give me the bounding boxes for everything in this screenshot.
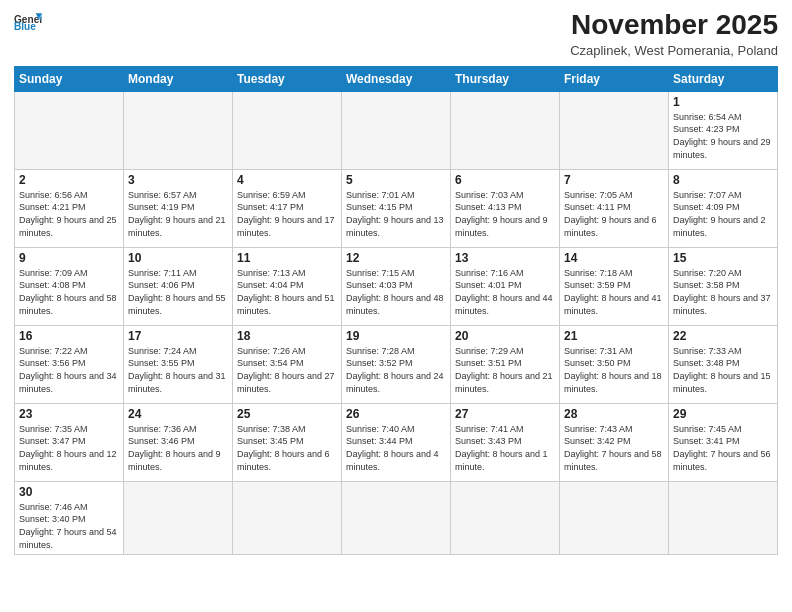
day-number: 21 bbox=[564, 329, 664, 343]
table-row: 24Sunrise: 7:36 AM Sunset: 3:46 PM Dayli… bbox=[124, 403, 233, 481]
table-row: 8Sunrise: 7:07 AM Sunset: 4:09 PM Daylig… bbox=[669, 169, 778, 247]
day-number: 6 bbox=[455, 173, 555, 187]
table-row bbox=[124, 481, 233, 554]
table-row: 26Sunrise: 7:40 AM Sunset: 3:44 PM Dayli… bbox=[342, 403, 451, 481]
col-thursday: Thursday bbox=[451, 66, 560, 91]
table-row: 21Sunrise: 7:31 AM Sunset: 3:50 PM Dayli… bbox=[560, 325, 669, 403]
col-wednesday: Wednesday bbox=[342, 66, 451, 91]
table-row: 15Sunrise: 7:20 AM Sunset: 3:58 PM Dayli… bbox=[669, 247, 778, 325]
col-friday: Friday bbox=[560, 66, 669, 91]
day-number: 2 bbox=[19, 173, 119, 187]
table-row bbox=[451, 91, 560, 169]
day-number: 27 bbox=[455, 407, 555, 421]
day-info: Sunrise: 7:33 AM Sunset: 3:48 PM Dayligh… bbox=[673, 345, 773, 395]
day-number: 19 bbox=[346, 329, 446, 343]
table-row: 11Sunrise: 7:13 AM Sunset: 4:04 PM Dayli… bbox=[233, 247, 342, 325]
table-row: 29Sunrise: 7:45 AM Sunset: 3:41 PM Dayli… bbox=[669, 403, 778, 481]
day-info: Sunrise: 7:09 AM Sunset: 4:08 PM Dayligh… bbox=[19, 267, 119, 317]
day-number: 14 bbox=[564, 251, 664, 265]
day-number: 11 bbox=[237, 251, 337, 265]
day-info: Sunrise: 7:43 AM Sunset: 3:42 PM Dayligh… bbox=[564, 423, 664, 473]
day-info: Sunrise: 7:13 AM Sunset: 4:04 PM Dayligh… bbox=[237, 267, 337, 317]
table-row: 28Sunrise: 7:43 AM Sunset: 3:42 PM Dayli… bbox=[560, 403, 669, 481]
day-number: 8 bbox=[673, 173, 773, 187]
day-info: Sunrise: 7:20 AM Sunset: 3:58 PM Dayligh… bbox=[673, 267, 773, 317]
day-info: Sunrise: 6:57 AM Sunset: 4:19 PM Dayligh… bbox=[128, 189, 228, 239]
col-saturday: Saturday bbox=[669, 66, 778, 91]
day-number: 28 bbox=[564, 407, 664, 421]
table-row: 20Sunrise: 7:29 AM Sunset: 3:51 PM Dayli… bbox=[451, 325, 560, 403]
day-info: Sunrise: 7:46 AM Sunset: 3:40 PM Dayligh… bbox=[19, 501, 119, 551]
table-row: 30Sunrise: 7:46 AM Sunset: 3:40 PM Dayli… bbox=[15, 481, 124, 554]
day-info: Sunrise: 7:16 AM Sunset: 4:01 PM Dayligh… bbox=[455, 267, 555, 317]
table-row bbox=[451, 481, 560, 554]
table-row: 17Sunrise: 7:24 AM Sunset: 3:55 PM Dayli… bbox=[124, 325, 233, 403]
day-info: Sunrise: 6:54 AM Sunset: 4:23 PM Dayligh… bbox=[673, 111, 773, 161]
table-row bbox=[233, 481, 342, 554]
day-number: 9 bbox=[19, 251, 119, 265]
day-info: Sunrise: 7:15 AM Sunset: 4:03 PM Dayligh… bbox=[346, 267, 446, 317]
col-tuesday: Tuesday bbox=[233, 66, 342, 91]
header: General Blue November 2025 Czaplinek, We… bbox=[14, 10, 778, 58]
table-row: 3Sunrise: 6:57 AM Sunset: 4:19 PM Daylig… bbox=[124, 169, 233, 247]
day-info: Sunrise: 7:26 AM Sunset: 3:54 PM Dayligh… bbox=[237, 345, 337, 395]
table-row: 2Sunrise: 6:56 AM Sunset: 4:21 PM Daylig… bbox=[15, 169, 124, 247]
day-info: Sunrise: 7:45 AM Sunset: 3:41 PM Dayligh… bbox=[673, 423, 773, 473]
day-number: 10 bbox=[128, 251, 228, 265]
day-number: 15 bbox=[673, 251, 773, 265]
day-info: Sunrise: 7:31 AM Sunset: 3:50 PM Dayligh… bbox=[564, 345, 664, 395]
weekday-header-row: Sunday Monday Tuesday Wednesday Thursday… bbox=[15, 66, 778, 91]
table-row bbox=[233, 91, 342, 169]
day-info: Sunrise: 7:05 AM Sunset: 4:11 PM Dayligh… bbox=[564, 189, 664, 239]
calendar-table: Sunday Monday Tuesday Wednesday Thursday… bbox=[14, 66, 778, 555]
table-row bbox=[669, 481, 778, 554]
table-row: 22Sunrise: 7:33 AM Sunset: 3:48 PM Dayli… bbox=[669, 325, 778, 403]
day-info: Sunrise: 7:07 AM Sunset: 4:09 PM Dayligh… bbox=[673, 189, 773, 239]
table-row: 10Sunrise: 7:11 AM Sunset: 4:06 PM Dayli… bbox=[124, 247, 233, 325]
table-row: 7Sunrise: 7:05 AM Sunset: 4:11 PM Daylig… bbox=[560, 169, 669, 247]
day-number: 18 bbox=[237, 329, 337, 343]
table-row: 27Sunrise: 7:41 AM Sunset: 3:43 PM Dayli… bbox=[451, 403, 560, 481]
table-row bbox=[560, 91, 669, 169]
logo: General Blue bbox=[14, 10, 42, 32]
day-info: Sunrise: 7:41 AM Sunset: 3:43 PM Dayligh… bbox=[455, 423, 555, 473]
col-monday: Monday bbox=[124, 66, 233, 91]
day-number: 20 bbox=[455, 329, 555, 343]
day-info: Sunrise: 6:59 AM Sunset: 4:17 PM Dayligh… bbox=[237, 189, 337, 239]
day-number: 13 bbox=[455, 251, 555, 265]
day-info: Sunrise: 7:01 AM Sunset: 4:15 PM Dayligh… bbox=[346, 189, 446, 239]
day-info: Sunrise: 7:29 AM Sunset: 3:51 PM Dayligh… bbox=[455, 345, 555, 395]
day-info: Sunrise: 6:56 AM Sunset: 4:21 PM Dayligh… bbox=[19, 189, 119, 239]
day-number: 24 bbox=[128, 407, 228, 421]
day-number: 29 bbox=[673, 407, 773, 421]
day-number: 5 bbox=[346, 173, 446, 187]
day-number: 23 bbox=[19, 407, 119, 421]
generalblue-logo-icon: General Blue bbox=[14, 10, 42, 32]
day-number: 30 bbox=[19, 485, 119, 499]
day-number: 12 bbox=[346, 251, 446, 265]
table-row bbox=[560, 481, 669, 554]
day-number: 7 bbox=[564, 173, 664, 187]
table-row: 23Sunrise: 7:35 AM Sunset: 3:47 PM Dayli… bbox=[15, 403, 124, 481]
day-info: Sunrise: 7:35 AM Sunset: 3:47 PM Dayligh… bbox=[19, 423, 119, 473]
day-number: 22 bbox=[673, 329, 773, 343]
table-row bbox=[124, 91, 233, 169]
day-info: Sunrise: 7:18 AM Sunset: 3:59 PM Dayligh… bbox=[564, 267, 664, 317]
day-info: Sunrise: 7:40 AM Sunset: 3:44 PM Dayligh… bbox=[346, 423, 446, 473]
title-section: November 2025 Czaplinek, West Pomerania,… bbox=[570, 10, 778, 58]
day-number: 26 bbox=[346, 407, 446, 421]
day-info: Sunrise: 7:22 AM Sunset: 3:56 PM Dayligh… bbox=[19, 345, 119, 395]
table-row: 4Sunrise: 6:59 AM Sunset: 4:17 PM Daylig… bbox=[233, 169, 342, 247]
table-row: 13Sunrise: 7:16 AM Sunset: 4:01 PM Dayli… bbox=[451, 247, 560, 325]
col-sunday: Sunday bbox=[15, 66, 124, 91]
month-title: November 2025 bbox=[570, 10, 778, 41]
table-row: 16Sunrise: 7:22 AM Sunset: 3:56 PM Dayli… bbox=[15, 325, 124, 403]
table-row: 6Sunrise: 7:03 AM Sunset: 4:13 PM Daylig… bbox=[451, 169, 560, 247]
table-row: 19Sunrise: 7:28 AM Sunset: 3:52 PM Dayli… bbox=[342, 325, 451, 403]
page: General Blue November 2025 Czaplinek, We… bbox=[0, 0, 792, 612]
day-number: 4 bbox=[237, 173, 337, 187]
day-number: 25 bbox=[237, 407, 337, 421]
table-row: 25Sunrise: 7:38 AM Sunset: 3:45 PM Dayli… bbox=[233, 403, 342, 481]
day-info: Sunrise: 7:36 AM Sunset: 3:46 PM Dayligh… bbox=[128, 423, 228, 473]
day-number: 1 bbox=[673, 95, 773, 109]
